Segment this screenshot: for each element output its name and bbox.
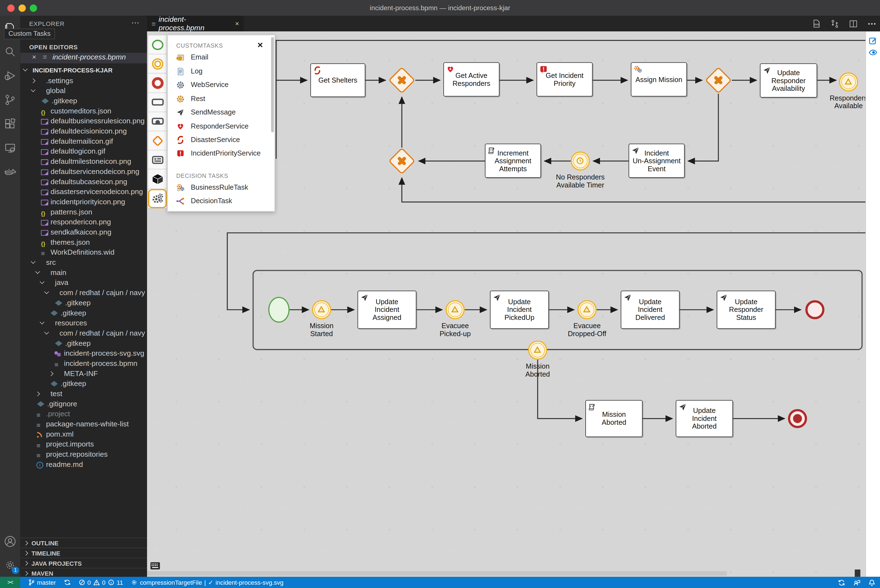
bpmn-event-evacuee-pickedup[interactable] bbox=[446, 300, 464, 319]
open-editor-row[interactable]: × ≡ incident-process.bpmn bbox=[20, 53, 147, 64]
edit-icon[interactable] bbox=[869, 36, 877, 45]
popup-item-decisiontask[interactable]: DecisionTask bbox=[176, 195, 232, 207]
tree-item[interactable]: incidentpriorityicon.png bbox=[20, 197, 147, 207]
tree-item[interactable]: sendkafkaicon.png bbox=[20, 227, 147, 237]
panel-timeline[interactable]: TIMELINE bbox=[20, 548, 147, 558]
export-svg-icon[interactable]: SVG bbox=[811, 19, 821, 28]
popup-item-rest[interactable]: Rest bbox=[176, 93, 205, 104]
tree-item[interactable]: .gitkeep bbox=[20, 96, 147, 106]
bpmn-start-event[interactable] bbox=[268, 297, 289, 322]
tree-item[interactable]: package-names-white-list bbox=[20, 419, 147, 429]
tree-item[interactable]: defaultbusinessrulesicon.png bbox=[20, 116, 147, 126]
tree-item[interactable]: global bbox=[20, 86, 147, 96]
popup-item-businessruletask[interactable]: BusinessRuleTask bbox=[176, 182, 248, 193]
panel-outline[interactable]: OUTLINE bbox=[20, 538, 147, 548]
bpmn-task-update-incident-assigned[interactable]: Update Incident Assigned bbox=[357, 291, 416, 329]
bpmn-end-event[interactable] bbox=[805, 300, 824, 319]
tree-item[interactable]: .gitkeep bbox=[20, 308, 147, 318]
tree-item[interactable]: com / redhat / cajun / navy / process bbox=[20, 288, 147, 298]
tree-item[interactable]: java bbox=[20, 278, 147, 288]
tree-item[interactable]: .gitignore bbox=[20, 399, 147, 409]
tree-item[interactable]: src bbox=[20, 258, 147, 268]
bpmn-event-responders-available[interactable] bbox=[839, 72, 858, 92]
sync-icon[interactable] bbox=[838, 579, 845, 586]
bpmn-task-assign-mission[interactable]: Assign Mission bbox=[631, 62, 687, 96]
feedback-icon[interactable] bbox=[853, 579, 860, 586]
tree-item[interactable]: customeditors.json bbox=[20, 106, 147, 116]
tree-item[interactable]: com / redhat / cajun / navy / process bbox=[20, 328, 147, 338]
task-status-item[interactable]: compressionTargetFile | ✓ incident-proce… bbox=[131, 579, 284, 586]
palette-task-button[interactable] bbox=[148, 93, 167, 112]
popup-item-sendmessage[interactable]: SendMessage bbox=[176, 106, 236, 118]
docker-icon[interactable] bbox=[3, 165, 17, 179]
tree-item[interactable]: defaultlogicon.gif bbox=[20, 147, 147, 157]
extensions-icon[interactable] bbox=[3, 117, 17, 131]
tree-item[interactable]: incident-process-svg.svg bbox=[20, 348, 147, 359]
palette-artifact-cube-button[interactable] bbox=[148, 170, 167, 189]
eye-preview-icon[interactable] bbox=[869, 48, 877, 57]
tree-item[interactable]: incident-process.bpmn bbox=[20, 358, 147, 369]
popup-item-disasterservice[interactable]: DisasterService bbox=[176, 134, 240, 146]
problems-item[interactable]: 0 0 11 bbox=[78, 579, 123, 585]
source-control-icon[interactable] bbox=[3, 93, 17, 106]
panel-maven[interactable]: MAVEN bbox=[20, 568, 147, 577]
horizontal-scrollbar[interactable] bbox=[147, 571, 727, 576]
bell-icon[interactable] bbox=[868, 579, 875, 586]
palette-start-event-button[interactable] bbox=[148, 35, 167, 54]
remote-indicator[interactable]: >< bbox=[0, 577, 20, 588]
tree-item[interactable]: themes.json bbox=[20, 237, 147, 248]
tree-item[interactable]: test bbox=[20, 389, 147, 399]
git-branch-item[interactable]: master bbox=[28, 579, 56, 585]
bpmn-task-mission-aborted[interactable]: Mission Aborted bbox=[586, 400, 643, 437]
project-root-row[interactable]: INCIDENT-PROCESS-KJAR bbox=[20, 65, 147, 76]
tree-item[interactable]: defaultmilestoneicon.png bbox=[20, 157, 147, 167]
popup-item-responderservice[interactable]: ResponderService bbox=[176, 121, 249, 132]
tree-item[interactable]: .settings bbox=[20, 76, 147, 86]
bpmn-task-update-incident-aborted[interactable]: Update Incident Aborted bbox=[676, 400, 733, 437]
tab-incident-process[interactable]: ≡ incident-process.bpmn × bbox=[147, 16, 244, 32]
open-editor-file[interactable]: incident-process.bpmn bbox=[52, 53, 126, 62]
popup-item-log[interactable]: Log bbox=[176, 66, 203, 77]
tree-item[interactable]: .gitkeep bbox=[20, 298, 147, 308]
bpmn-task-incident-unassignment-event[interactable]: Incident Un-Assignment Event bbox=[629, 144, 685, 178]
bpmn-event-evacuee-droppedoff[interactable] bbox=[577, 300, 596, 319]
palette-gateway-button[interactable] bbox=[148, 131, 167, 151]
explorer-more-icon[interactable]: ⋯ bbox=[131, 18, 139, 27]
tree-item[interactable]: respondericon.png bbox=[20, 217, 147, 227]
tree-item[interactable]: disasterservicenodeicon.png bbox=[20, 187, 147, 197]
bpmn-task-get-active-responders[interactable]: Get Active Responders bbox=[443, 62, 500, 96]
popup-scrollbar[interactable] bbox=[271, 37, 274, 133]
tree-item[interactable]: project.imports bbox=[20, 440, 147, 450]
bpmn-task-increment-assignment-attempts[interactable]: Increment Assignment Attempts bbox=[485, 144, 541, 178]
remote-explorer-icon[interactable] bbox=[3, 141, 17, 155]
tree-item[interactable]: resources bbox=[20, 318, 147, 328]
palette-end-event-button[interactable] bbox=[148, 74, 167, 93]
tree-item[interactable]: defaultsubcaseicon.png bbox=[20, 177, 147, 187]
bpmn-event-mission-started[interactable] bbox=[312, 300, 331, 319]
tree-item[interactable]: .project bbox=[20, 409, 147, 419]
tree-item[interactable]: .gitkeep bbox=[20, 379, 147, 389]
tree-item[interactable]: .gitkeep bbox=[20, 338, 147, 348]
tree-item[interactable]: defaultemailicon.gif bbox=[20, 136, 147, 147]
run-debug-icon[interactable] bbox=[3, 69, 17, 82]
sync-item[interactable] bbox=[64, 579, 71, 585]
bpmn-event-no-responders-timer[interactable] bbox=[571, 152, 590, 170]
palette-form-button[interactable] bbox=[148, 151, 167, 170]
popup-item-incidentpriorityservice[interactable]: IncidentPriorityService bbox=[176, 147, 260, 159]
tree-item[interactable]: WorkDefinitions.wid bbox=[20, 248, 147, 258]
settings-gear-icon[interactable]: 1 bbox=[3, 558, 17, 572]
bpmn-task-update-incident-pickedup[interactable]: Update Incident PickedUp bbox=[490, 291, 549, 329]
bpmn-task-update-responder-availability[interactable]: Update Responder Availability bbox=[760, 63, 817, 98]
bpmn-task-get-incident-priority[interactable]: Get Incident Priority bbox=[537, 62, 593, 96]
bpmn-task-update-responder-status[interactable]: Update Responder Status bbox=[717, 291, 776, 329]
tree-item[interactable]: project.repositories bbox=[20, 450, 147, 460]
palette-subprocess-button[interactable] bbox=[148, 112, 167, 131]
tree-item[interactable]: META-INF bbox=[20, 369, 147, 379]
tree-item[interactable]: defaultdecisionicon.png bbox=[20, 126, 147, 136]
scrollbar-thumb[interactable] bbox=[854, 570, 860, 577]
popup-item-webservice[interactable]: WebService bbox=[176, 79, 228, 90]
panel-java-projects[interactable]: JAVA PROJECTS bbox=[20, 558, 147, 568]
accounts-icon[interactable] bbox=[3, 535, 17, 548]
tree-item[interactable]: pom.xml bbox=[20, 429, 147, 440]
bpmn-terminate-end-event[interactable] bbox=[788, 409, 807, 428]
